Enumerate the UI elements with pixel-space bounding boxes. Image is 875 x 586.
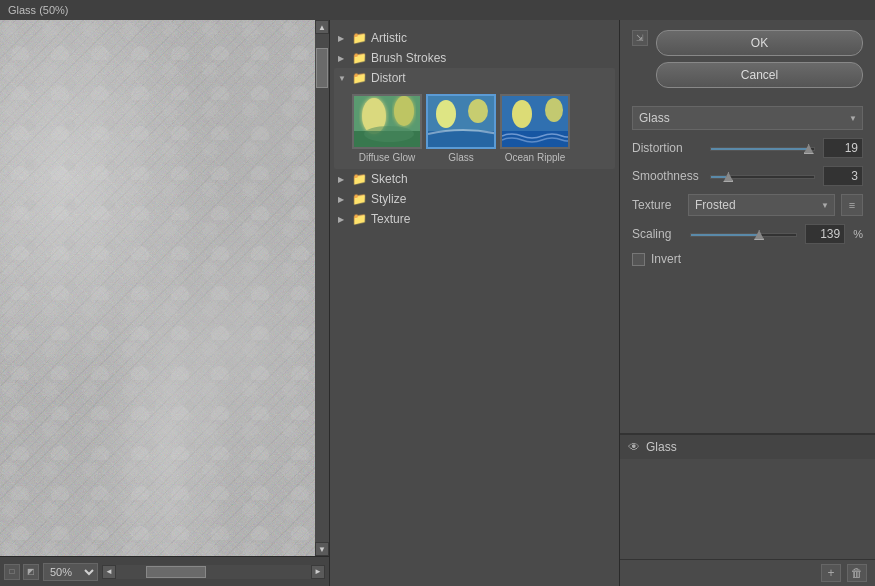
svg-rect-5 xyxy=(354,96,422,149)
svg-rect-1 xyxy=(0,20,329,556)
cancel-button[interactable]: Cancel xyxy=(656,62,863,88)
arrow-artistic: ▶ xyxy=(338,34,348,43)
controls-top: ⇲ OK Cancel xyxy=(620,20,875,98)
texture-options-icon: ≡ xyxy=(849,199,855,211)
texture-select[interactable]: Frosted Blocks Canvas Tiny Lens xyxy=(688,194,835,216)
filter-thumb-diffuse[interactable]: Diffuse Glow xyxy=(352,94,422,163)
delete-layer-icon: 🗑 xyxy=(851,566,863,580)
layers-footer: + 🗑 xyxy=(620,559,875,586)
preview-icons: □ ◩ xyxy=(4,564,39,580)
smoothness-slider-fill xyxy=(711,176,726,178)
distortion-slider-fill xyxy=(711,148,809,150)
scroll-up-arrow[interactable]: ▲ xyxy=(315,20,329,34)
texture-row: Texture Frosted Blocks Canvas Tiny Lens … xyxy=(632,194,863,216)
arrow-texture: ▶ xyxy=(338,215,348,224)
ok-button[interactable]: OK xyxy=(656,30,863,56)
distortion-slider-container xyxy=(710,145,815,151)
vertical-scrollbar[interactable]: ▲ ▼ xyxy=(315,20,329,556)
arrow-stylize: ▶ xyxy=(338,195,348,204)
scaling-slider-fill xyxy=(691,234,757,236)
filter-thumb-ocean[interactable]: Ocean Ripple xyxy=(500,94,570,163)
scroll-down-arrow[interactable]: ▼ xyxy=(315,542,329,556)
category-stylize-label: Stylize xyxy=(371,192,406,206)
scaling-value[interactable] xyxy=(805,224,845,244)
title-text: Glass (50%) xyxy=(8,4,69,16)
category-brushstrokes[interactable]: ▶ 📁 Brush Strokes xyxy=(334,48,615,68)
distortion-container: Distortion xyxy=(632,138,863,158)
category-artistic[interactable]: ▶ 📁 Artistic xyxy=(334,28,615,48)
scaling-slider-container xyxy=(690,231,797,237)
svg-point-12 xyxy=(468,99,488,123)
thumb-glass-label: Glass xyxy=(448,152,474,163)
category-distort-label: Distort xyxy=(371,71,406,85)
add-layer-button[interactable]: + xyxy=(821,564,841,582)
smoothness-slider-container xyxy=(710,173,815,179)
preview-icon-1[interactable]: □ xyxy=(4,564,20,580)
thumb-diffuse-label: Diffuse Glow xyxy=(359,152,416,163)
filter-panel: ▶ 📁 Artistic ▶ 📁 Brush Strokes ▼ 📁 Disto… xyxy=(330,20,620,586)
svg-rect-8 xyxy=(354,131,422,149)
layers-content xyxy=(620,459,875,559)
folder-stylize-icon: 📁 xyxy=(352,192,367,206)
folder-texture-icon: 📁 xyxy=(352,212,367,226)
scrollbar-thumb-horizontal[interactable] xyxy=(146,566,206,578)
category-sketch[interactable]: ▶ 📁 Sketch xyxy=(334,169,615,189)
svg-point-11 xyxy=(436,100,456,128)
scaling-container: Scaling % xyxy=(632,224,863,244)
controls-settings: Glass Distort Ripple Distortion xyxy=(620,98,875,433)
scrollbar-thumb-vertical[interactable] xyxy=(316,48,328,88)
scaling-slider-track[interactable] xyxy=(690,233,797,237)
layer-visibility-icon[interactable]: 👁 xyxy=(628,440,640,454)
folder-brushstrokes-icon: 📁 xyxy=(352,51,367,65)
filter-type-select[interactable]: Glass Distort Ripple xyxy=(632,106,863,130)
folder-sketch-icon: 📁 xyxy=(352,172,367,186)
layers-title: Glass xyxy=(646,440,677,454)
delete-layer-button[interactable]: 🗑 xyxy=(847,564,867,582)
distortion-label: Distortion xyxy=(632,141,702,155)
distortion-slider-track[interactable] xyxy=(710,147,815,151)
zoom-select[interactable]: 50% 25% 50% 100% 200% xyxy=(43,563,98,581)
distortion-value[interactable] xyxy=(823,138,863,158)
preview-panel: ▲ ▼ □ ◩ 50% 25% 50% 100% 200% ◄ xyxy=(0,20,330,586)
thumb-diffuse-img[interactable] xyxy=(352,94,422,149)
thumb-ocean-img[interactable] xyxy=(500,94,570,149)
svg-rect-17 xyxy=(502,131,570,149)
category-brushstrokes-label: Brush Strokes xyxy=(371,51,446,65)
texture-label: Texture xyxy=(632,198,682,212)
smoothness-label: Smoothness xyxy=(632,169,702,183)
expand-icon[interactable]: ⇲ xyxy=(632,30,648,46)
thumb-ocean-label: Ocean Ripple xyxy=(505,152,566,163)
smoothness-slider-track[interactable] xyxy=(710,175,815,179)
svg-point-9 xyxy=(364,126,414,142)
texture-options-button[interactable]: ≡ xyxy=(841,194,863,216)
thumb-glass-img[interactable] xyxy=(426,94,496,149)
category-distort[interactable]: ▼ 📁 Distort xyxy=(334,68,615,88)
preview-icon-2[interactable]: ◩ xyxy=(23,564,39,580)
invert-checkbox[interactable] xyxy=(632,253,645,266)
layers-panel: 👁 Glass + 🗑 xyxy=(620,433,875,586)
arrow-brushstrokes: ▶ xyxy=(338,54,348,63)
svg-point-7 xyxy=(394,96,414,126)
folder-distort-icon: 📁 xyxy=(352,71,367,85)
scroll-right-arrow[interactable]: ► xyxy=(311,565,325,579)
controls-panel: ⇲ OK Cancel Glass Distort Ripple Distort xyxy=(620,20,875,586)
layers-header: 👁 Glass xyxy=(620,435,875,459)
svg-rect-13 xyxy=(428,131,496,149)
filter-thumb-glass[interactable]: Glass xyxy=(426,94,496,163)
scaling-row: Scaling % xyxy=(632,224,863,244)
svg-point-16 xyxy=(545,98,563,122)
smoothness-value[interactable] xyxy=(823,166,863,186)
scroll-left-arrow[interactable]: ◄ xyxy=(102,565,116,579)
distortion-row: Distortion xyxy=(632,138,863,158)
category-texture-label: Texture xyxy=(371,212,410,226)
title-bar: Glass (50%) xyxy=(0,0,875,20)
arrow-distort: ▼ xyxy=(338,74,348,83)
horizontal-scrollbar[interactable] xyxy=(116,565,311,579)
svg-point-15 xyxy=(512,100,532,128)
invert-row: Invert xyxy=(632,252,863,266)
preview-bottom-bar: □ ◩ 50% 25% 50% 100% 200% ◄ ► xyxy=(0,556,329,586)
invert-label: Invert xyxy=(651,252,681,266)
category-stylize[interactable]: ▶ 📁 Stylize xyxy=(334,189,615,209)
category-texture[interactable]: ▶ 📁 Texture xyxy=(334,209,615,229)
category-distort-container: ▼ 📁 Distort xyxy=(334,68,615,169)
